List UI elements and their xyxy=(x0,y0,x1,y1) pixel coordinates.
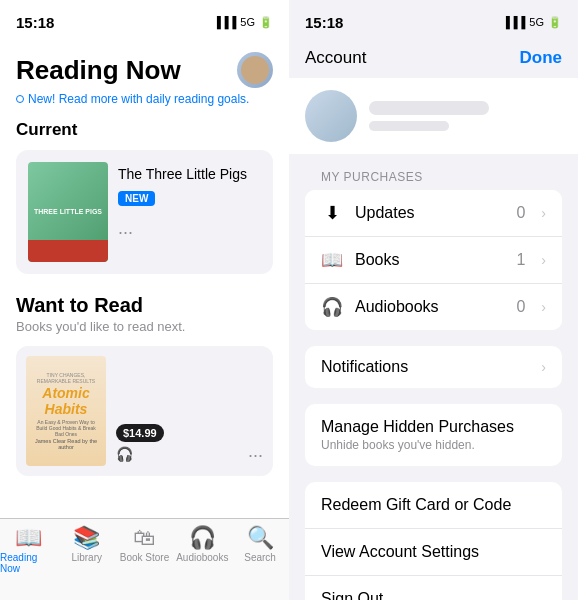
book-store-tab-label: Book Store xyxy=(120,552,169,563)
sign-out-label: Sign Out xyxy=(321,590,546,600)
right-status-time: 15:18 xyxy=(305,14,343,31)
right-signal-icon: ▐▐▐ xyxy=(502,16,525,28)
right-panel: 15:18 ▐▐▐ 5G 🔋 Account Done MY PURCHASES… xyxy=(289,0,578,600)
notifications-item[interactable]: Notifications › xyxy=(305,346,562,388)
manage-hidden-label: Manage Hidden Purchases xyxy=(321,418,546,436)
left-panel: 15:18 ▐▐▐ 5G 🔋 Reading Now New! Read mor… xyxy=(0,0,289,600)
books-item[interactable]: 📖 Books 1 › xyxy=(305,237,562,284)
books-chevron: › xyxy=(541,252,546,268)
book-title: The Three Little Pigs xyxy=(118,166,261,182)
notifications-label: Notifications xyxy=(321,358,529,376)
audiobooks-tab-icon: 🎧 xyxy=(189,527,216,549)
audiobooks-purchases-item[interactable]: 🎧 Audiobooks 0 › xyxy=(305,284,562,330)
books-label: Books xyxy=(355,251,504,269)
cover-title-text: THREE LITTLE PIGS xyxy=(32,206,104,218)
three-pigs-info: The Three Little Pigs NEW ··· xyxy=(118,162,261,243)
account-scroll-area: MY PURCHASES ⬇ Updates 0 › 📖 Books 1 › 🎧… xyxy=(289,78,578,600)
tab-search[interactable]: 🔍 Search xyxy=(231,527,289,563)
books-count: 1 xyxy=(516,251,525,269)
book-store-tab-icon: 🛍 xyxy=(133,527,155,549)
updates-count: 0 xyxy=(516,204,525,222)
profile-avatar-button[interactable] xyxy=(237,52,273,88)
purchases-header: MY PURCHASES xyxy=(305,170,562,190)
price-badge[interactable]: $14.99 xyxy=(116,424,164,442)
network-type: 5G xyxy=(240,16,255,28)
reading-now-tab-icon: 📖 xyxy=(15,527,42,549)
audiobooks-count: 0 xyxy=(516,298,525,316)
tab-reading-now[interactable]: 📖 Reading Now xyxy=(0,527,58,574)
hidden-purchases-group: Manage Hidden Purchases Unhide books you… xyxy=(305,404,562,466)
library-tab-label: Library xyxy=(71,552,102,563)
current-section-label: Current xyxy=(16,120,273,140)
atomic-options-button[interactable]: ··· xyxy=(248,445,263,466)
search-tab-icon: 🔍 xyxy=(247,527,274,549)
manage-hidden-sublabel: Unhide books you've hidden. xyxy=(321,438,546,452)
atomic-book-subtitle: An Easy & Proven Way to Build Good Habit… xyxy=(32,419,100,437)
avatar-image xyxy=(241,56,269,84)
library-tab-icon: 📚 xyxy=(73,527,100,549)
view-account-settings-label: View Account Settings xyxy=(321,543,546,561)
daily-goals-text: New! Read more with daily reading goals. xyxy=(28,92,249,106)
other-items-group: Redeem Gift Card or Code View Account Se… xyxy=(305,482,562,600)
audiobooks-tab-label: Audiobooks xyxy=(176,552,228,563)
left-status-icons: ▐▐▐ 5G 🔋 xyxy=(213,16,273,29)
redeem-item[interactable]: Redeem Gift Card or Code xyxy=(305,482,562,529)
reading-now-tab-label: Reading Now xyxy=(0,552,58,574)
audiobooks-chevron: › xyxy=(541,299,546,315)
sign-out-item[interactable]: Sign Out xyxy=(305,576,562,600)
books-icon: 📖 xyxy=(321,249,343,271)
want-to-read-subtitle: Books you'd like to read next. xyxy=(16,319,273,334)
account-avatar xyxy=(305,90,357,142)
search-tab-label: Search xyxy=(244,552,276,563)
updates-item[interactable]: ⬇ Updates 0 › xyxy=(305,190,562,237)
tab-audiobooks[interactable]: 🎧 Audiobooks xyxy=(173,527,231,563)
left-status-bar: 15:18 ▐▐▐ 5G 🔋 xyxy=(0,0,289,44)
book-options-button[interactable]: ··· xyxy=(118,222,261,243)
atomic-top-text: TINY CHANGES, REMARKABLE RESULTS xyxy=(32,372,100,384)
tab-library[interactable]: 📚 Library xyxy=(58,527,116,563)
battery-icon: 🔋 xyxy=(259,16,273,29)
want-to-read-title: Want to Read xyxy=(16,294,273,317)
right-network-type: 5G xyxy=(529,16,544,28)
notifications-chevron: › xyxy=(541,359,546,375)
profile-email-placeholder xyxy=(369,121,449,131)
atomic-author: James Clear Read by the author xyxy=(32,438,100,450)
daily-goals-link[interactable]: New! Read more with daily reading goals. xyxy=(16,92,273,106)
signal-icon: ▐▐▐ xyxy=(213,16,236,28)
purchases-list: ⬇ Updates 0 › 📖 Books 1 › 🎧 Audiobooks 0… xyxy=(305,190,562,330)
reading-now-content: Reading Now New! Read more with daily re… xyxy=(0,44,289,518)
profile-info xyxy=(369,101,562,131)
updates-chevron: › xyxy=(541,205,546,221)
dot-indicator xyxy=(16,95,24,103)
tab-bar: 📖 Reading Now 📚 Library 🛍 Book Store 🎧 A… xyxy=(0,518,289,600)
atomic-main-title: Atomic Habits xyxy=(32,386,100,417)
audiobooks-purchases-label: Audiobooks xyxy=(355,298,504,316)
purchases-section: MY PURCHASES ⬇ Updates 0 › 📖 Books 1 › 🎧… xyxy=(289,170,578,600)
notifications-group: Notifications › xyxy=(305,346,562,388)
right-battery-icon: 🔋 xyxy=(548,16,562,29)
want-to-read-section: Want to Read Books you'd like to read ne… xyxy=(16,294,273,476)
cover-ribbon xyxy=(28,240,108,262)
audiobooks-purchases-icon: 🎧 xyxy=(321,296,343,318)
new-badge: NEW xyxy=(118,191,155,206)
reading-now-header: Reading Now xyxy=(16,52,273,88)
current-book-card[interactable]: THREE LITTLE PIGS The Three Little Pigs … xyxy=(16,150,273,274)
view-account-settings-item[interactable]: View Account Settings xyxy=(305,529,562,576)
tab-book-store[interactable]: 🛍 Book Store xyxy=(116,527,174,563)
profile-name-placeholder xyxy=(369,101,489,115)
profile-section[interactable] xyxy=(289,78,578,154)
atomic-habits-card[interactable]: TINY CHANGES, REMARKABLE RESULTS Atomic … xyxy=(16,346,273,476)
audiobook-icon: 🎧 xyxy=(116,446,238,462)
three-pigs-cover: THREE LITTLE PIGS xyxy=(28,162,108,262)
done-button[interactable]: Done xyxy=(520,48,563,68)
account-nav: Account Done xyxy=(289,44,578,78)
right-status-bar: 15:18 ▐▐▐ 5G 🔋 xyxy=(289,0,578,44)
right-status-icons: ▐▐▐ 5G 🔋 xyxy=(502,16,562,29)
page-title: Reading Now xyxy=(16,55,181,86)
redeem-label: Redeem Gift Card or Code xyxy=(321,496,546,514)
account-nav-title: Account xyxy=(305,48,366,68)
manage-hidden-item[interactable]: Manage Hidden Purchases Unhide books you… xyxy=(305,404,562,466)
updates-icon: ⬇ xyxy=(321,202,343,224)
updates-label: Updates xyxy=(355,204,504,222)
left-status-time: 15:18 xyxy=(16,14,54,31)
